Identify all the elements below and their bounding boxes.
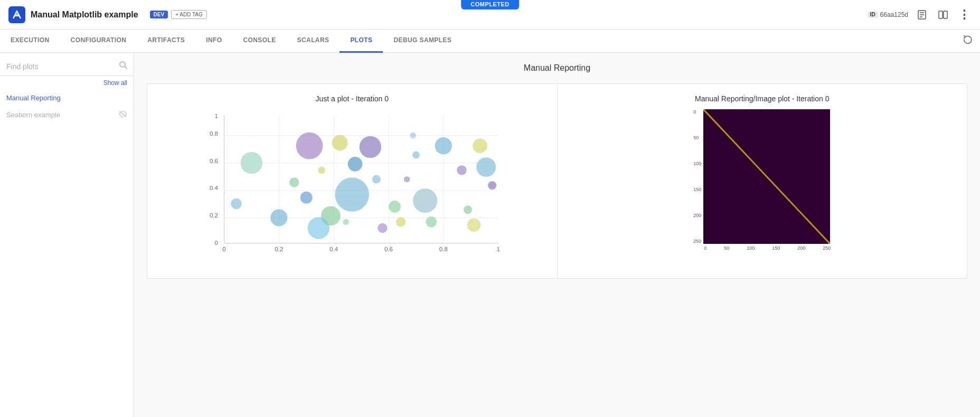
sidebar-item-manual-reporting[interactable]: Manual Reporting [0,90,134,106]
svg-point-32 [241,152,263,174]
axis-labels-left: 0 50 100 150 200 250 [693,109,703,244]
search-icon [119,61,127,71]
nav-tabs: EXECUTION CONFIGURATION ARTIFACTS INFO C… [0,30,980,53]
x-label-100: 100 [747,245,755,251]
top-bar-right: ID 66aa125d ⋮ [868,7,972,22]
svg-point-52 [457,165,466,175]
svg-point-37 [231,198,242,209]
section-title: Manual Reporting [147,63,967,73]
svg-text:1: 1 [214,113,218,119]
y-label-200: 200 [693,213,701,218]
main-layout: Show all Manual Reporting Seaborn exampl… [0,53,980,417]
svg-point-45 [389,201,401,213]
svg-text:0.8: 0.8 [439,246,448,252]
tab-execution[interactable]: EXECUTION [0,30,60,53]
x-label-150: 150 [772,245,780,251]
sidebar-item-seaborn[interactable]: Seaborn example [0,106,134,123]
plot-container-1: Just a plot - Iteration 0 0 0.2 0.4 0.6 … [147,84,558,278]
refresh-icon-button[interactable] [962,34,980,48]
y-label-150: 150 [693,187,701,192]
image-plot: 0 50 100 150 200 250 [568,109,957,268]
x-label-250: 250 [823,245,831,251]
doc-icon-button[interactable] [915,7,929,22]
svg-point-51 [435,137,452,154]
image-plot-wrapper: 0 50 100 150 200 250 [693,109,831,251]
svg-point-60 [378,223,387,233]
id-badge: ID 66aa125d [868,11,908,18]
matrix-diagonal-svg [703,109,830,244]
matrix-canvas [703,109,830,244]
svg-point-0 [16,14,18,16]
svg-point-49 [413,188,437,213]
sidebar-item-label: Manual Reporting [6,94,61,102]
top-bar: Manual Matplotlib example DEV + ADD TAG … [0,0,980,30]
svg-point-58 [308,217,330,239]
search-container [0,53,134,76]
svg-point-59 [343,219,349,225]
search-input[interactable] [6,62,115,71]
app-logo-section: Manual Matplotlib example DEV + ADD TAG [8,6,207,23]
tab-console[interactable]: CONSOLE [232,30,286,53]
svg-text:1: 1 [496,246,500,252]
completed-badge: COMPLETED [461,0,519,10]
svg-point-53 [464,205,472,214]
svg-text:0: 0 [222,246,225,252]
svg-rect-5 [939,11,943,18]
svg-point-57 [476,157,496,177]
svg-line-8 [125,67,127,69]
add-tag-button[interactable]: + ADD TAG [171,10,207,19]
svg-point-42 [348,157,363,172]
app-title: Manual Matplotlib example [31,10,138,20]
svg-point-34 [289,177,299,187]
svg-point-46 [404,176,410,183]
plot-title-1: Just a plot - Iteration 0 [158,94,546,103]
sidebar-item-label-seaborn: Seaborn example [6,111,60,119]
svg-text:0.6: 0.6 [384,246,393,252]
svg-point-33 [270,209,287,226]
logo-icon [8,6,25,23]
y-label-0: 0 [693,109,701,115]
show-all-row: Show all [0,76,134,90]
axis-labels-bottom: 0 50 100 150 200 250 [704,244,831,251]
plot-container-2: Manual Reporting/Image plot - Iteration … [558,84,967,278]
svg-point-39 [332,135,348,150]
svg-rect-6 [944,11,947,18]
split-view-icon-button[interactable] [936,7,950,22]
svg-point-44 [372,175,381,184]
svg-point-48 [412,151,420,159]
svg-text:0.4: 0.4 [210,185,219,191]
x-label-50: 50 [724,245,729,251]
svg-text:0.6: 0.6 [210,158,218,164]
svg-point-54 [473,138,487,153]
tab-scalars[interactable]: SCALARS [287,30,340,53]
show-all-link[interactable]: Show all [103,79,127,87]
svg-point-61 [410,132,416,139]
y-label-100: 100 [693,161,701,166]
svg-point-47 [396,217,406,226]
tab-configuration[interactable]: CONFIGURATION [60,30,137,53]
svg-text:0.8: 0.8 [210,130,218,137]
svg-text:0.2: 0.2 [275,246,283,252]
dev-tag: DEV [150,11,168,18]
svg-point-35 [296,132,323,159]
svg-text:0.2: 0.2 [210,212,218,219]
sidebar: Show all Manual Reporting Seaborn exampl… [0,53,134,417]
tab-info[interactable]: INFO [195,30,232,53]
bubble-chart-svg: 0 0.2 0.4 0.6 0.8 1 0 0.2 0.4 0.6 0.8 1 [158,109,546,268]
svg-point-38 [318,166,325,174]
menu-icon-button[interactable]: ⋮ [957,7,972,22]
svg-point-50 [426,216,437,228]
tab-debug-samples[interactable]: DEBUG SAMPLES [383,30,462,53]
content-area: Manual Reporting Just a plot - Iteration… [134,53,980,417]
x-label-0: 0 [704,245,706,251]
svg-point-41 [335,177,369,212]
tab-plots[interactable]: PLOTS [340,30,383,53]
tab-artifacts[interactable]: ARTIFACTS [137,30,195,53]
svg-point-55 [467,219,480,232]
plot-title-2: Manual Reporting/Image plot - Iteration … [568,94,957,103]
svg-point-56 [488,181,496,189]
id-value: 66aa125d [880,11,908,18]
plots-row: Just a plot - Iteration 0 0 0.2 0.4 0.6 … [147,83,967,279]
y-label-250: 250 [693,239,701,244]
bubble-chart: 0 0.2 0.4 0.6 0.8 1 0 0.2 0.4 0.6 0.8 1 [158,109,546,268]
